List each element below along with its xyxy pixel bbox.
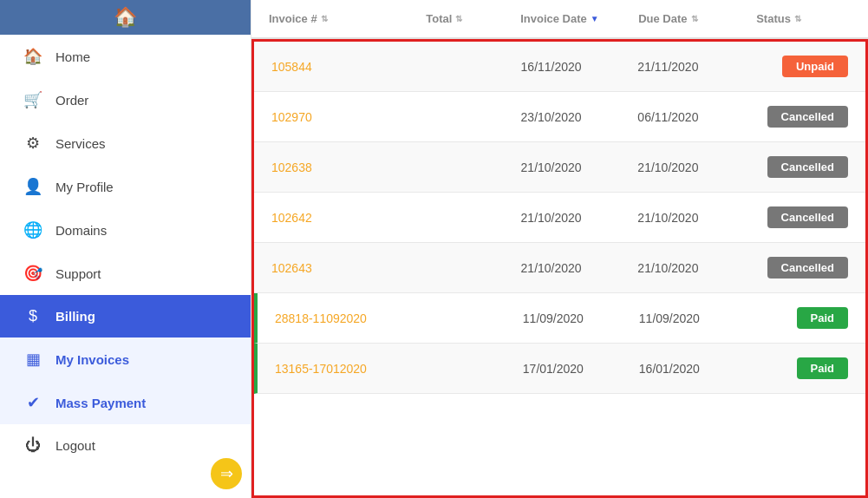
sidebar-item-my-profile[interactable]: 👤 My Profile bbox=[0, 165, 251, 208]
sort-invoice-icon: ⇅ bbox=[321, 14, 328, 23]
sidebar-item-services[interactable]: ⚙ Services bbox=[0, 121, 251, 165]
row-due-date-1: 06/11/2020 bbox=[637, 110, 754, 124]
expand-button[interactable]: ⇒ bbox=[211, 458, 242, 489]
domains-icon: 🌐 bbox=[21, 220, 45, 239]
sidebar-label-mass-payment: Mass Payment bbox=[55, 396, 146, 410]
sidebar: 🏠 🏠 Home 🛒 Order ⚙ Services 👤 My Profile… bbox=[0, 0, 251, 498]
row-invoice-date-1: 23/10/2020 bbox=[521, 110, 638, 124]
row-status-6: Paid bbox=[755, 357, 848, 379]
row-invoice-0: 105844 bbox=[271, 60, 427, 74]
table-row[interactable]: 102643 21/10/2020 21/10/2020 Cancelled bbox=[254, 243, 865, 293]
row-invoice-date-3: 21/10/2020 bbox=[521, 211, 638, 225]
sidebar-nav: 🏠 Home 🛒 Order ⚙ Services 👤 My Profile 🌐… bbox=[0, 35, 251, 467]
sidebar-footer-area: ⇒ bbox=[0, 467, 251, 498]
row-invoice-4: 102643 bbox=[271, 261, 427, 275]
col-invoice-date[interactable]: Invoice Date ▼ bbox=[520, 12, 638, 25]
sidebar-label-domains: Domains bbox=[55, 223, 107, 238]
sort-invoice-date-icon: ▼ bbox=[591, 14, 599, 23]
status-badge-0: Unpaid bbox=[782, 56, 848, 77]
status-badge-2: Cancelled bbox=[767, 156, 848, 178]
row-status-4: Cancelled bbox=[754, 257, 848, 278]
sidebar-label-logout: Logout bbox=[55, 438, 95, 453]
row-invoice-date-5: 11/09/2020 bbox=[523, 311, 639, 325]
sidebar-item-support[interactable]: 🎯 Support bbox=[0, 252, 251, 295]
col-due-date-label: Due Date bbox=[638, 12, 687, 25]
table-header: Invoice # ⇅ Total ⇅ Invoice Date ▼ Due D… bbox=[251, 0, 868, 39]
row-invoice-5: 28818-11092020 bbox=[275, 311, 430, 325]
row-due-date-6: 16/01/2020 bbox=[639, 362, 755, 376]
mass-payment-icon: ✔ bbox=[21, 393, 45, 412]
row-due-date-5: 11/09/2020 bbox=[639, 311, 755, 325]
row-invoice-date-6: 17/01/2020 bbox=[523, 362, 639, 376]
sidebar-label-my-invoices: My Invoices bbox=[55, 352, 129, 367]
row-invoice-date-2: 21/10/2020 bbox=[521, 161, 638, 174]
sort-status-icon: ⇅ bbox=[794, 14, 801, 23]
row-status-3: Cancelled bbox=[754, 206, 848, 228]
sidebar-label-home: Home bbox=[55, 49, 90, 64]
row-invoice-date-0: 16/11/2020 bbox=[521, 60, 638, 74]
expand-icon: ⇒ bbox=[220, 464, 233, 483]
table-row[interactable]: 102970 23/10/2020 06/11/2020 Cancelled bbox=[254, 92, 865, 142]
services-icon: ⚙ bbox=[21, 134, 45, 153]
row-status-2: Cancelled bbox=[754, 156, 848, 178]
row-invoice-6: 13165-17012020 bbox=[275, 362, 430, 376]
col-total[interactable]: Total ⇅ bbox=[426, 12, 520, 25]
sidebar-label-support: Support bbox=[55, 266, 101, 281]
sidebar-label-services: Services bbox=[55, 136, 106, 151]
row-due-date-0: 21/11/2020 bbox=[637, 60, 754, 74]
col-invoice[interactable]: Invoice # ⇅ bbox=[269, 12, 426, 25]
sidebar-top: 🏠 bbox=[0, 0, 251, 35]
sort-total-icon: ⇅ bbox=[455, 14, 462, 23]
sidebar-item-logout[interactable]: ⏻ Logout bbox=[0, 424, 251, 467]
status-badge-3: Cancelled bbox=[767, 206, 848, 228]
row-due-date-2: 21/10/2020 bbox=[637, 161, 754, 174]
status-badge-6: Paid bbox=[797, 357, 848, 379]
home-icon: 🏠 bbox=[114, 6, 137, 29]
home-icon: 🏠 bbox=[21, 47, 45, 66]
main-content: Invoice # ⇅ Total ⇅ Invoice Date ▼ Due D… bbox=[251, 0, 868, 498]
order-icon: 🛒 bbox=[21, 90, 45, 109]
col-status-label: Status bbox=[756, 12, 791, 25]
sidebar-item-order[interactable]: 🛒 Order bbox=[0, 78, 251, 121]
row-invoice-3: 102642 bbox=[271, 211, 427, 225]
sidebar-item-billing[interactable]: $ Billing bbox=[0, 295, 251, 337]
col-total-label: Total bbox=[426, 12, 452, 25]
sidebar-label-my-profile: My Profile bbox=[55, 180, 114, 194]
billing-icon: $ bbox=[21, 307, 45, 325]
col-status[interactable]: Status ⇅ bbox=[756, 12, 851, 25]
col-invoice-label: Invoice # bbox=[269, 12, 317, 25]
status-badge-4: Cancelled bbox=[767, 257, 848, 278]
sort-due-date-icon: ⇅ bbox=[691, 14, 698, 23]
table-body: 105844 16/11/2020 21/11/2020 Unpaid 1029… bbox=[251, 39, 868, 498]
my-invoices-icon: ▦ bbox=[21, 350, 45, 369]
sidebar-label-order: Order bbox=[55, 93, 88, 108]
status-badge-1: Cancelled bbox=[767, 106, 848, 128]
table-row[interactable]: 28818-11092020 11/09/2020 11/09/2020 Pai… bbox=[254, 293, 865, 344]
sidebar-item-domains[interactable]: 🌐 Domains bbox=[0, 208, 251, 252]
row-status-1: Cancelled bbox=[754, 106, 848, 128]
table-row[interactable]: 13165-17012020 17/01/2020 16/01/2020 Pai… bbox=[254, 344, 865, 394]
sidebar-label-billing: Billing bbox=[55, 309, 95, 324]
col-invoice-date-label: Invoice Date bbox=[520, 12, 587, 25]
sidebar-item-mass-payment[interactable]: ✔ Mass Payment bbox=[0, 381, 251, 424]
row-due-date-4: 21/10/2020 bbox=[637, 261, 754, 275]
sidebar-item-home[interactable]: 🏠 Home bbox=[0, 35, 251, 78]
sidebar-item-my-invoices[interactable]: ▦ My Invoices bbox=[0, 337, 251, 381]
row-invoice-date-4: 21/10/2020 bbox=[521, 261, 638, 275]
col-due-date[interactable]: Due Date ⇅ bbox=[638, 12, 756, 25]
row-invoice-2: 102638 bbox=[271, 161, 427, 174]
row-due-date-3: 21/10/2020 bbox=[637, 211, 754, 225]
row-status-0: Unpaid bbox=[754, 56, 848, 77]
my-profile-icon: 👤 bbox=[21, 177, 45, 196]
status-badge-5: Paid bbox=[797, 307, 848, 329]
row-status-5: Paid bbox=[755, 307, 848, 329]
logout-icon: ⏻ bbox=[21, 436, 45, 455]
support-icon: 🎯 bbox=[21, 264, 45, 283]
row-invoice-1: 102970 bbox=[271, 110, 427, 124]
table-row[interactable]: 102642 21/10/2020 21/10/2020 Cancelled bbox=[254, 193, 865, 243]
table-row[interactable]: 105844 16/11/2020 21/11/2020 Unpaid bbox=[254, 42, 865, 92]
table-row[interactable]: 102638 21/10/2020 21/10/2020 Cancelled bbox=[254, 142, 865, 193]
